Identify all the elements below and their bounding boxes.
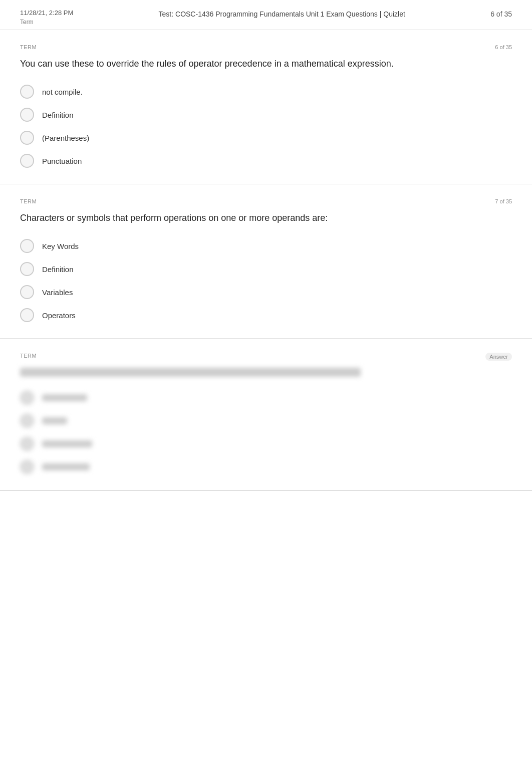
option-text: not compile. [42,88,83,96]
blurred-option-item [20,414,512,428]
page-title: Test: COSC-1436 Programming Fundamentals… [73,9,490,18]
blurred-radio [20,391,34,405]
card-meta-8: Term Answer [20,353,512,361]
option-item[interactable]: Punctuation [20,154,512,168]
card-label-7: Term [20,198,37,204]
option-radio[interactable] [20,262,34,276]
option-radio[interactable] [20,108,34,122]
option-text: Variables [42,288,73,297]
option-text: (Parentheses) [42,134,89,142]
card-meta-7: Term 7 of 35 [20,198,512,204]
options-list-6: not compile. Definition (Parentheses) Pu… [20,85,512,168]
blurred-option-item [20,391,512,405]
option-item[interactable]: Variables [20,285,512,299]
header-term-label: Term [20,19,73,26]
option-radio[interactable] [20,131,34,145]
blurred-radio [20,437,34,451]
blurred-question-text [20,368,361,377]
blurred-option-text [42,394,87,401]
question-text-6: You can use these to override the rules … [20,57,512,71]
question-card-7: Term 7 of 35 Characters or symbols that … [0,184,532,339]
timestamp: 11/28/21, 2:28 PM [20,9,73,17]
option-item[interactable]: Key Words [20,239,512,253]
blurred-option-item [20,460,512,474]
card-meta-6: Term 6 of 35 [20,44,512,50]
option-item[interactable]: Operators [20,308,512,322]
option-radio[interactable] [20,239,34,253]
blurred-option-item [20,437,512,451]
option-item[interactable]: not compile. [20,85,512,99]
header-left: 11/28/21, 2:28 PM Term [20,9,73,26]
card-counter-7: 7 of 35 [495,198,512,204]
page-header: 11/28/21, 2:28 PM Term Test: COSC-1436 P… [0,0,532,30]
option-radio[interactable] [20,285,34,299]
option-text: Definition [42,111,74,119]
option-radio[interactable] [20,85,34,99]
option-radio[interactable] [20,154,34,168]
question-text-7: Characters or symbols that perform opera… [20,211,512,225]
options-list-7: Key Words Definition Variables Operators [20,239,512,322]
question-card-8: Term Answer [0,339,532,490]
page-counter: 6 of 35 [490,9,512,18]
option-text: Definition [42,265,74,274]
blurred-options-list-8 [20,391,512,474]
option-item[interactable]: (Parentheses) [20,131,512,145]
blurred-content-8 [20,368,512,474]
option-item[interactable]: Definition [20,262,512,276]
card-label-6: Term [20,44,37,50]
answer-badge: Answer [485,353,512,361]
option-text: Punctuation [42,157,82,165]
option-radio[interactable] [20,308,34,322]
option-text: Key Words [42,242,79,250]
page-footer [0,490,532,531]
option-text: Operators [42,311,76,320]
option-item[interactable]: Definition [20,108,512,122]
blurred-option-text [42,463,90,470]
blurred-option-text [42,417,67,424]
blurred-radio [20,460,34,474]
blurred-option-text [42,440,92,447]
card-counter-6: 6 of 35 [495,44,512,50]
card-label-8: Term [20,353,37,361]
blurred-radio [20,414,34,428]
question-card-6: Term 6 of 35 You can use these to overri… [0,30,532,184]
